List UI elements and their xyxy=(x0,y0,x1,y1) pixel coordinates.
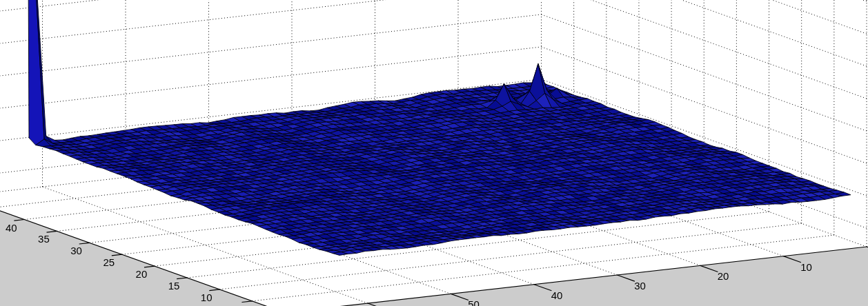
surface-plot-canvas xyxy=(0,0,868,306)
matlab-figure-window: 70605040302010051015202530354045 xyxy=(0,0,868,306)
